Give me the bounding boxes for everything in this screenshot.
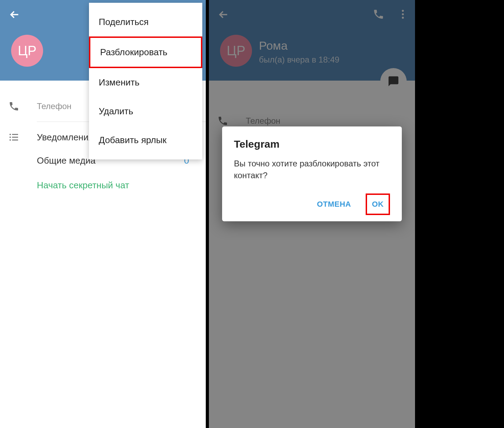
svg-rect-3 (12, 137, 18, 138)
menu-item-add-shortcut[interactable]: Добавить ярлык (89, 126, 202, 155)
confirm-dialog: Telegram Вы точно хотите разблокировать … (222, 126, 402, 221)
avatar[interactable]: ЦР (11, 35, 43, 67)
ok-button[interactable]: OK (366, 194, 390, 215)
screen-profile-menu: ЦР Поделиться Разблокировать Изменить Уд… (0, 0, 206, 428)
start-secret-chat[interactable]: Начать секретный чат (0, 172, 206, 198)
avatar-initials: ЦР (18, 43, 36, 58)
cancel-button[interactable]: ОТМЕНА (312, 195, 356, 214)
screen-profile-dialog: ЦР Рома был(а) вчера в 18:49 Телефон Tel… (209, 0, 415, 428)
dialog-message: Вы точно хотите разблокировать этот конт… (234, 158, 390, 181)
menu-item-unblock[interactable]: Разблокировать (89, 36, 202, 68)
dialog-actions: ОТМЕНА OK (234, 194, 390, 215)
menu-item-share[interactable]: Поделиться (89, 8, 202, 36)
svg-point-4 (9, 139, 11, 141)
list-icon (8, 132, 37, 143)
svg-rect-1 (12, 134, 18, 135)
options-dropdown: Поделиться Разблокировать Изменить Удали… (89, 3, 202, 159)
svg-point-0 (9, 134, 11, 135)
dialog-title: Telegram (234, 138, 390, 150)
back-arrow-icon[interactable] (8, 8, 21, 21)
svg-rect-5 (12, 140, 18, 141)
svg-point-2 (9, 137, 11, 138)
menu-item-edit[interactable]: Изменить (89, 68, 202, 97)
menu-item-delete[interactable]: Удалить (89, 97, 202, 126)
phone-icon (8, 101, 37, 112)
